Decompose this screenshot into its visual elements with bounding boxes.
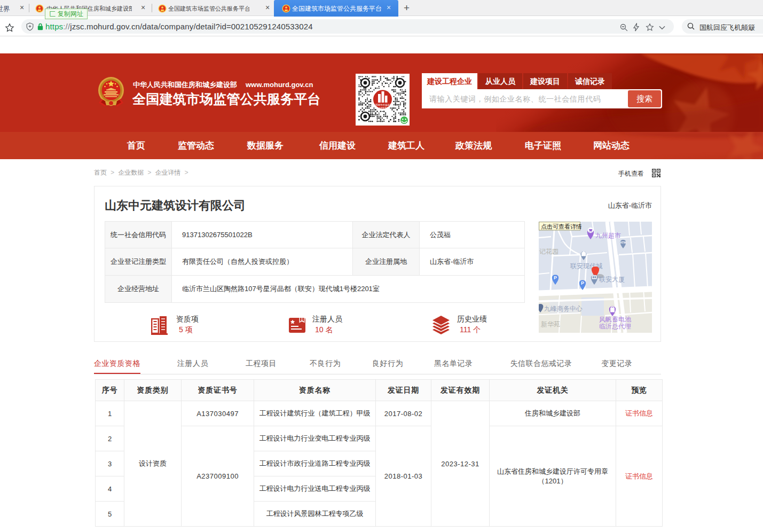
svg-text:新华苑: 新华苑 xyxy=(541,320,560,328)
svg-text:联安大厦: 联安大厦 xyxy=(599,276,625,283)
svg-text:P: P xyxy=(554,275,557,280)
svg-text:临沂总代理: 临沂总代理 xyxy=(599,323,631,330)
svg-text:九峰商务中心: 九峰商务中心 xyxy=(544,305,583,312)
svg-text:点击可查看详情: 点击可查看详情 xyxy=(541,223,582,230)
svg-text:P: P xyxy=(581,280,584,286)
svg-text:ATM: ATM xyxy=(620,241,626,244)
svg-text:风帆蓄电池: 风帆蓄电池 xyxy=(599,316,632,323)
svg-text:全国建筑市场监管: 全国建筑市场监管 xyxy=(373,103,393,107)
svg-text:九州超市: 九州超市 xyxy=(595,232,621,239)
svg-text:记花园: 记花园 xyxy=(539,248,559,255)
svg-text:公共服务平台: 公共服务平台 xyxy=(377,107,389,109)
